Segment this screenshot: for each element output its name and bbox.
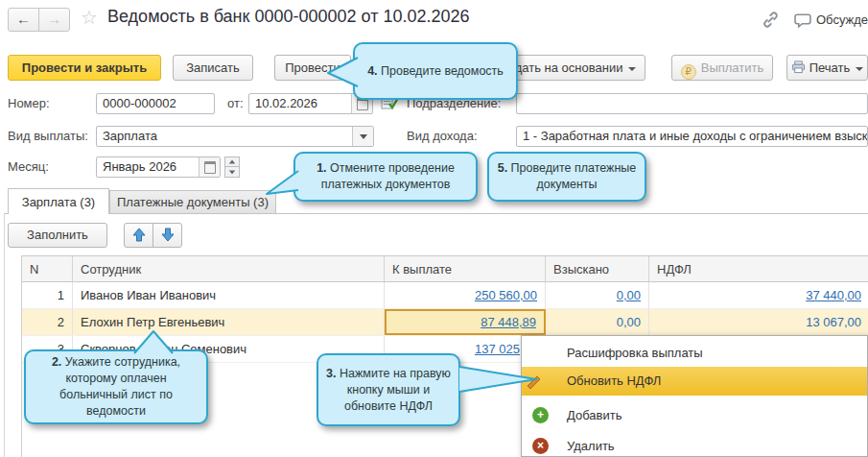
menu-item-label: Обновить НДФЛ — [567, 367, 661, 396]
callout-2-arrow — [130, 328, 176, 354]
step-down-icon[interactable] — [224, 167, 240, 178]
menu-item-update-ndfl[interactable]: Обновить НДФЛ — [522, 367, 867, 396]
date-value: 10.02.2026 — [255, 96, 317, 110]
tab-payment-documents[interactable]: Платежные документы (3) — [109, 190, 276, 214]
month-value: Январь 2026 — [103, 159, 176, 174]
callout-1-arrow — [263, 167, 299, 198]
pay-label: Выплатить — [701, 60, 764, 75]
callout-text: Отмените проведение платежных документов — [321, 161, 455, 191]
discussions-link[interactable]: Обсуждения — [816, 12, 868, 27]
chevron-down-icon[interactable] — [352, 127, 373, 146]
number-label: Номер: — [8, 96, 50, 110]
print-label: Печать — [809, 60, 851, 75]
tab-salary[interactable]: Зарплата (3) — [8, 188, 109, 214]
col-header-payout[interactable]: К выплате — [385, 256, 546, 281]
col-header-employee[interactable]: Сотрудник — [73, 256, 385, 281]
payment-type-select[interactable]: Зарплата — [96, 126, 374, 147]
month-input[interactable]: Январь 2026 — [96, 156, 221, 178]
menu-item-add[interactable]: + Добавить — [522, 401, 867, 430]
callout-text: Проведите ведомость — [381, 64, 504, 78]
move-down-icon — [161, 228, 175, 242]
callout-step-1: 1. Отмените проведение платежных докумен… — [293, 152, 478, 202]
month-stepper[interactable] — [224, 156, 240, 178]
col-header-collected[interactable]: Взыскано — [546, 256, 649, 281]
context-menu: Расшифровка выплаты Обновить НДФЛ + Доба… — [521, 335, 868, 457]
delete-icon: × — [532, 438, 549, 454]
callout-4-arrow — [324, 54, 359, 90]
collected-cell[interactable]: 0,00 — [546, 282, 649, 308]
forward-button[interactable]: → — [38, 8, 70, 32]
table-header-row: N Сотрудник К выплате Взыскано НДФЛ — [22, 255, 868, 282]
callout-number: 2. — [52, 355, 61, 369]
callout-text: Проведите платежные документы — [511, 161, 637, 191]
callout-number: 4. — [367, 64, 377, 78]
income-type-input[interactable]: 1 - Заработная плата и иные доходы с огр… — [516, 126, 868, 147]
col-header-ndfl[interactable]: НДФЛ — [649, 256, 868, 281]
menu-item-delete[interactable]: × Удалить — [522, 432, 867, 457]
payout-cell[interactable]: 250 560,00 — [385, 282, 546, 308]
pay-button[interactable]: ₽Выплатить — [671, 55, 773, 81]
menu-item-payout-details[interactable]: Расшифровка выплаты — [522, 339, 867, 368]
callout-step-3: 3. Нажмите на правую кнопку мыши и обнов… — [317, 353, 460, 426]
favorite-star-icon[interactable]: ☆ — [81, 6, 98, 29]
1c-document-window: ← → ☆ Ведомость в банк 0000-000002 от 10… — [0, 0, 868, 457]
back-icon: ← — [16, 11, 31, 27]
row-number: 2 — [22, 309, 73, 335]
callout-number: 3. — [326, 367, 336, 380]
menu-item-label: Расшифровка выплаты — [567, 339, 703, 368]
month-label: Месяц: — [8, 159, 49, 174]
employee-cell[interactable]: Елохин Петр Евгеньевич — [73, 309, 385, 335]
callout-text: Укажите сотрудника, которому оплачен бол… — [59, 355, 180, 418]
employee-cell[interactable]: Иванов Иван Иванович — [73, 282, 385, 308]
callout-step-5: 5. Проведите платежные документы — [487, 152, 646, 202]
payout-cell-selected[interactable]: 87 448,89 — [385, 309, 546, 335]
number-input[interactable]: 0000-000002 — [96, 93, 215, 114]
payment-type-label: Вид выплаты: — [8, 129, 88, 143]
collected-cell[interactable]: 0,00 — [546, 309, 649, 335]
discussion-icon[interactable] — [794, 12, 812, 32]
menu-item-label: Удалить — [567, 432, 615, 457]
table-row[interactable]: 1 Иванов Иван Иванович 250 560,00 0,00 3… — [22, 282, 868, 309]
move-down-button[interactable] — [152, 223, 182, 248]
calendar-icon[interactable] — [199, 157, 220, 177]
move-up-button[interactable] — [124, 223, 153, 248]
callout-step-2: 2. Укажите сотрудника, которому оплачен … — [24, 349, 208, 424]
add-icon: + — [532, 407, 549, 423]
page-title: Ведомость в банк 0000-000002 от 10.02.20… — [107, 7, 469, 27]
callout-number: 1. — [317, 161, 326, 175]
ndfl-cell[interactable]: 13 067,00 — [649, 309, 868, 335]
move-up-icon — [132, 228, 146, 242]
forward-icon: → — [47, 11, 61, 27]
callout-text: Нажмите на правую кнопку мыши и обновите… — [340, 367, 451, 413]
write-button[interactable]: Записать — [173, 55, 253, 81]
step-up-icon[interactable] — [224, 156, 240, 167]
row-number: 1 — [22, 282, 73, 308]
fill-button[interactable]: Заполнить — [8, 223, 107, 248]
chevron-down-icon — [856, 67, 863, 71]
printer-icon — [791, 60, 806, 74]
post-and-close-button[interactable]: Провести и закрыть — [8, 55, 161, 81]
income-type-label: Вид дохода: — [407, 129, 478, 143]
callout-3-arrow — [455, 363, 539, 396]
col-header-n[interactable]: N — [22, 256, 73, 281]
callout-step-4: 4. Проведите ведомость — [353, 42, 518, 100]
print-button[interactable]: Печать — [786, 55, 868, 81]
chevron-down-icon — [628, 67, 636, 71]
date-label: от: — [227, 96, 244, 110]
group-frame-left — [4, 213, 5, 457]
department-input[interactable] — [516, 93, 868, 114]
callout-number: 5. — [498, 161, 507, 175]
link-icon[interactable] — [762, 11, 780, 32]
back-button[interactable]: ← — [8, 8, 39, 32]
ndfl-cell[interactable]: 37 440,00 — [649, 282, 868, 308]
ruble-coin-icon: ₽ — [681, 64, 696, 80]
payment-type-value: Зарплата — [103, 129, 157, 143]
menu-item-label: Добавить — [567, 401, 622, 430]
